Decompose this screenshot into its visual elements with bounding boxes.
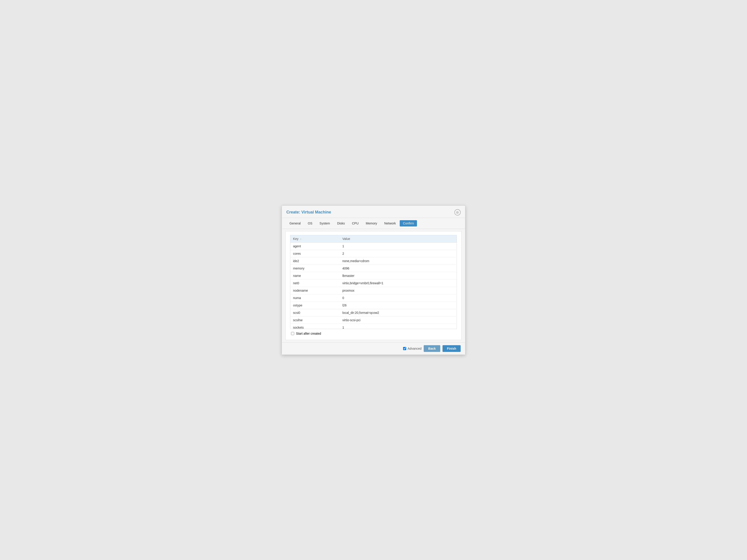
- table-cell-key: numa: [290, 294, 340, 301]
- table-row: agent1: [290, 242, 457, 250]
- table-cell-value: virtio-scsi-pci: [340, 316, 457, 324]
- table-cell-key: scsihw: [290, 316, 340, 324]
- table-cell-value: 1: [340, 242, 457, 250]
- dialog-title: Create: Virtual Machine: [286, 210, 331, 215]
- table-cell-key: sockets: [290, 324, 340, 329]
- confirm-table-container[interactable]: Key ↑ Value agent1cores2ide2none,media=c…: [290, 235, 457, 329]
- tab-general[interactable]: General: [286, 220, 304, 226]
- tab-os[interactable]: OS: [305, 220, 315, 226]
- back-button[interactable]: Back: [424, 345, 440, 352]
- key-column-header[interactable]: Key ↑: [290, 235, 340, 243]
- tabs-bar: GeneralOSSystemDisksCPUMemoryNetworkConf…: [282, 218, 465, 229]
- confirm-table: Key ↑ Value agent1cores2ide2none,media=c…: [290, 235, 457, 329]
- table-cell-value: proxmox: [340, 287, 457, 294]
- table-row: memory4096: [290, 265, 457, 272]
- table-cell-value: l26: [340, 301, 457, 309]
- table-body: agent1cores2ide2none,media=cdrommemory40…: [290, 242, 457, 329]
- advanced-label-text: Advanced: [408, 347, 421, 350]
- table-cell-key: net0: [290, 279, 340, 287]
- table-cell-key: scsi0: [290, 309, 340, 316]
- close-button[interactable]: ⦻: [455, 209, 461, 215]
- dialog-body: Key ↑ Value agent1cores2ide2none,media=c…: [285, 231, 462, 340]
- advanced-checkbox[interactable]: [403, 347, 406, 350]
- table-row: ide2none,media=cdrom: [290, 257, 457, 265]
- table-cell-value: local_dir:20,format=qcow2: [340, 309, 457, 316]
- advanced-label-container: Advanced: [403, 347, 421, 350]
- table-cell-value: virtio,bridge=vmbr0,firewall=1: [340, 279, 457, 287]
- table-row: net0virtio,bridge=vmbr0,firewall=1: [290, 279, 457, 287]
- tab-cpu[interactable]: CPU: [349, 220, 362, 226]
- table-row: numa0: [290, 294, 457, 301]
- tab-network[interactable]: Network: [381, 220, 399, 226]
- finish-button[interactable]: Finish: [442, 345, 461, 352]
- table-header-row: Key ↑ Value: [290, 235, 457, 243]
- sort-indicator: ↑: [300, 238, 301, 240]
- table-cell-key: nodename: [290, 287, 340, 294]
- table-cell-key: ide2: [290, 257, 340, 265]
- table-cell-key: name: [290, 272, 340, 279]
- table-row: scsi0local_dir:20,format=qcow2: [290, 309, 457, 316]
- start-after-checkbox[interactable]: [291, 332, 294, 335]
- table-row: ostypel26: [290, 301, 457, 309]
- start-after-label[interactable]: Start after created: [296, 332, 321, 335]
- start-after-section: Start after created: [290, 329, 457, 336]
- table-cell-value: 4096: [340, 265, 457, 272]
- table-cell-value: lbmaster: [340, 272, 457, 279]
- table-cell-value: none,media=cdrom: [340, 257, 457, 265]
- create-vm-dialog: Create: Virtual Machine ⦻ GeneralOSSyste…: [282, 206, 465, 355]
- dialog-footer: Advanced Back Finish: [282, 342, 465, 354]
- table-row: namelbmaster: [290, 272, 457, 279]
- table-row: cores2: [290, 250, 457, 257]
- table-row: scsihwvirtio-scsi-pci: [290, 316, 457, 324]
- table-cell-key: memory: [290, 265, 340, 272]
- table-cell-value: 1: [340, 324, 457, 329]
- table-cell-key: ostype: [290, 301, 340, 309]
- tab-system[interactable]: System: [316, 220, 333, 226]
- table-row: sockets1: [290, 324, 457, 329]
- table-cell-value: 0: [340, 294, 457, 301]
- tab-confirm[interactable]: Confirm: [400, 220, 417, 226]
- tab-memory[interactable]: Memory: [363, 220, 381, 226]
- tab-disks[interactable]: Disks: [334, 220, 348, 226]
- value-column-header[interactable]: Value: [340, 235, 457, 243]
- table-cell-key: cores: [290, 250, 340, 257]
- table-cell-value: 2: [340, 250, 457, 257]
- dialog-header: Create: Virtual Machine ⦻: [282, 206, 465, 218]
- table-cell-key: agent: [290, 242, 340, 250]
- table-row: nodenameproxmox: [290, 287, 457, 294]
